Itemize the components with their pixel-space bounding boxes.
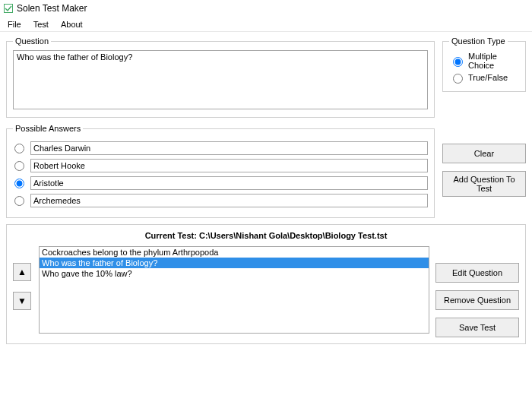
qtype-truefalse-label: True/False xyxy=(468,73,508,82)
qtype-truefalse-radio[interactable] xyxy=(453,74,463,84)
answers-legend: Possible Answers xyxy=(13,124,83,133)
question-textarea[interactable] xyxy=(13,50,428,109)
client-area: Question Question Type Multiple Choice T… xyxy=(0,32,532,356)
current-test-group: Current Test: C:\Users\Nishant Gola\Desk… xyxy=(6,224,526,344)
current-test-header: Current Test: C:\Users\Nishant Gola\Desk… xyxy=(13,231,519,240)
menu-test[interactable]: Test xyxy=(27,18,55,30)
qtype-multiple-label: Multiple Choice xyxy=(468,52,519,70)
list-item[interactable]: Who was the father of Biology? xyxy=(40,258,429,268)
clear-button[interactable]: Clear xyxy=(442,144,526,163)
list-item[interactable]: Who gave the 10% law? xyxy=(40,268,429,279)
answer-row-1 xyxy=(13,159,428,172)
edit-question-button[interactable]: Edit Question xyxy=(435,263,519,283)
answer-input-1[interactable] xyxy=(30,159,428,172)
triangle-up-icon: ▲ xyxy=(17,267,27,277)
triangle-down-icon: ▼ xyxy=(17,296,27,306)
qtype-multiple-choice[interactable]: Multiple Choice xyxy=(449,52,519,70)
current-test-side-column: Edit Question Remove Question Save Test xyxy=(435,246,519,337)
menubar: File Test About xyxy=(0,17,532,32)
answer-row-3 xyxy=(13,194,428,207)
answer-radio-1[interactable] xyxy=(14,161,24,171)
add-question-button[interactable]: Add Question To Test xyxy=(442,171,526,197)
answers-side-column: Clear Add Question To Test xyxy=(442,124,526,197)
app-icon xyxy=(3,3,14,14)
question-group: Question xyxy=(6,36,435,118)
save-test-button[interactable]: Save Test xyxy=(435,318,519,337)
answer-input-2[interactable] xyxy=(30,176,428,190)
answer-radio-3[interactable] xyxy=(14,196,24,206)
answer-radio-2[interactable] xyxy=(14,179,24,188)
list-item[interactable]: Cockroaches belong to the phylum Arthrpo… xyxy=(40,247,429,258)
reorder-controls: ▲ ▼ xyxy=(13,246,33,310)
titlebar: Solen Test Maker xyxy=(0,0,532,17)
remove-question-button[interactable]: Remove Question xyxy=(435,290,519,310)
window-title: Solen Test Maker xyxy=(17,3,87,14)
menu-file[interactable]: File xyxy=(2,18,27,30)
answer-row-0 xyxy=(13,141,428,155)
question-type-legend: Question Type xyxy=(449,36,508,46)
answer-input-3[interactable] xyxy=(30,194,428,207)
move-down-button[interactable]: ▼ xyxy=(13,292,31,310)
answer-input-0[interactable] xyxy=(30,141,428,155)
menu-about[interactable]: About xyxy=(55,18,89,30)
question-type-group: Question Type Multiple Choice True/False xyxy=(442,36,526,92)
possible-answers-group: Possible Answers xyxy=(6,124,435,218)
current-test-label-prefix: Current Test: xyxy=(145,231,199,240)
qtype-true-false[interactable]: True/False xyxy=(449,71,519,84)
qtype-multiple-radio[interactable] xyxy=(453,57,463,67)
questions-listbox[interactable]: Cockroaches belong to the phylum Arthrpo… xyxy=(39,246,429,334)
move-up-button[interactable]: ▲ xyxy=(13,263,31,281)
answer-radio-0[interactable] xyxy=(14,144,24,153)
question-legend: Question xyxy=(13,36,51,46)
answer-row-2 xyxy=(13,176,428,190)
current-test-path: C:\Users\Nishant Gola\Desktop\Biology Te… xyxy=(199,231,387,240)
